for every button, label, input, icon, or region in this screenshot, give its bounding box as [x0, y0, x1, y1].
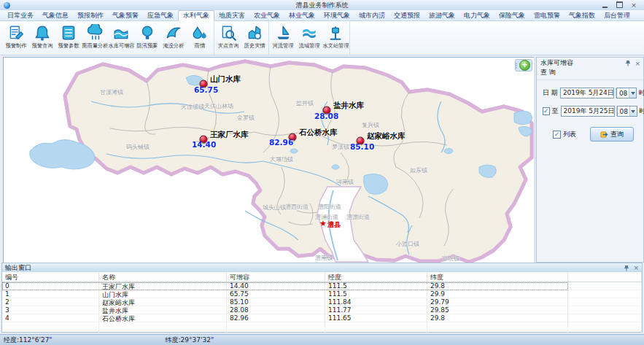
toolbar-button-历史灾情[interactable]: 历史灾情 [241, 22, 268, 52]
toolbar-button-灾点查询[interactable]: 灾点查询 [215, 22, 241, 52]
toolbar-button-label: 历史灾情 [244, 42, 265, 50]
table-row[interactable]: 4石公桥水库82.96111.6529.8 [2, 314, 642, 322]
menu-tab-林业气象[interactable]: 林业气象 [284, 10, 319, 20]
ribbon-toolbar: 预警制作预警查询预警参数面雨量分析水库可增容防汛预案淹没分析雨情灾点查询历史灾情… [0, 21, 644, 55]
menu-tab-城市内涝[interactable]: 城市内涝 [354, 10, 389, 20]
reservoir-capacity-panel: 水库可增容 × 查 询 日 期 2019年 5月24日 08 时 ✓ 至 201… [536, 57, 644, 263]
toolbar-button-水文站管理[interactable]: 水文站管理 [322, 22, 349, 52]
toolbar-button-label: 防汛预案 [137, 42, 158, 50]
query-icon [600, 131, 608, 139]
latitude-status: 纬度:29°37'32" [166, 336, 214, 345]
town-label-如东镇: 如东镇 [410, 166, 427, 174]
pin-icon[interactable] [624, 265, 629, 271]
menu-tab-农业气象[interactable]: 农业气象 [249, 10, 284, 20]
toolbar-button-label: 面雨量分析 [82, 42, 108, 50]
column-header-纬度[interactable]: 纬度 [427, 272, 568, 282]
table-cell-empty [2, 322, 99, 330]
column-header-经度[interactable]: 经度 [325, 272, 427, 282]
longitude-status: 经度:112°6'27" [4, 336, 53, 345]
menu-tab-地质灾害[interactable]: 地质灾害 [214, 10, 249, 20]
table-cell-filler [568, 290, 642, 298]
reservoir-name-王家厂水库: 王家厂水库 [210, 130, 249, 140]
column-header-可增容[interactable]: 可增容 [227, 272, 325, 282]
to-checkbox[interactable]: ✓ [543, 107, 550, 115]
query-button[interactable]: 查询 [590, 127, 634, 142]
date-from-select[interactable]: 2019年 5月24日 [560, 88, 614, 98]
toolbar-button-河流管理[interactable]: 河流管理 [270, 22, 296, 52]
basin-icon [300, 23, 319, 42]
menu-tab-后台管理[interactable]: 后台管理 [600, 10, 635, 20]
minimize-icon[interactable] [601, 2, 608, 8]
toolbar-button-label: 水库可增容 [108, 42, 134, 50]
column-header-编号[interactable]: 编号 [2, 272, 99, 282]
date-to-row: ✓ 至 2019年 5月25日 08 时 [543, 106, 640, 117]
toolbar-button-防汛预案[interactable]: 防汛预案 [134, 22, 160, 52]
table-row[interactable]: 1山门水库65.75111.529.9 [2, 290, 642, 298]
town-label-梦溪镇: 梦溪镇 [332, 143, 349, 151]
toolbar-button-预警查询[interactable]: 预警查询 [29, 22, 55, 52]
menu-tab-应急气象[interactable]: 应急气象 [143, 10, 178, 20]
add-icon[interactable]: + [519, 60, 530, 71]
grip-dots-icon [516, 63, 517, 69]
toolbar-button-label: 预警参数 [58, 42, 79, 50]
table-cell: 111.84 [325, 298, 427, 306]
menu-tab-旅游气象[interactable]: 旅游气象 [424, 10, 459, 20]
menu-tab-气象预警[interactable]: 气象预警 [108, 10, 143, 20]
table-row[interactable]: 0王家厂水库14.40111.529.8 [2, 282, 642, 290]
table-row[interactable]: 3盐井水库28.08111.7729.85 [2, 306, 642, 314]
table-cell: 29.85 [427, 306, 568, 314]
chevron-down-icon[interactable] [629, 88, 636, 98]
hour-from-select[interactable]: 08 [616, 88, 637, 98]
menu-tab-气象指数[interactable]: 气象指数 [565, 10, 600, 20]
table-cell: 111.5 [325, 282, 427, 290]
close-icon[interactable]: × [633, 264, 639, 271]
rainfall-analysis-icon [85, 23, 104, 42]
toolbar-button-label: 流域管理 [299, 42, 320, 50]
close-icon[interactable]: × [630, 2, 637, 8]
map-canvas[interactable]: + 甘溪滩镇码头铺镇火连坡镇天供山林场金罗镇盐井镇复兴镇梦溪镇大堰垱镇涔南镇如东… [3, 57, 535, 263]
toolbar-button-淹没分析[interactable]: 淹没分析 [160, 22, 187, 52]
hour-to-select[interactable]: 08 [617, 106, 637, 117]
table-cell-empty [427, 322, 568, 330]
toolbar-button-流域管理[interactable]: 流域管理 [296, 22, 322, 52]
chevron-down-icon[interactable] [629, 106, 637, 116]
menu-tab-水利气象[interactable]: 水利气象 [178, 10, 214, 21]
date-from-value: 2019年 5月24日 [563, 88, 614, 98]
table-cell: 111.65 [325, 314, 427, 322]
menu-tab-预报制作[interactable]: 预报制作 [73, 10, 108, 20]
output-header: 输出窗口 × [2, 263, 642, 272]
toolbar-button-水库可增容[interactable]: 水库可增容 [108, 22, 134, 52]
toolbar-button-预警参数[interactable]: 预警参数 [55, 22, 82, 52]
column-header-名称[interactable]: 名称 [99, 272, 227, 282]
table-cell: 29.8 [427, 314, 568, 322]
town-label-金罗镇: 金罗镇 [237, 114, 255, 122]
table-row[interactable]: 2赵家峪水库85.10111.8429.79 [2, 298, 642, 306]
pin-icon[interactable] [625, 60, 631, 66]
menu-tab-交通预报[interactable]: 交通预报 [389, 10, 424, 20]
hour-unit-label: 时 [639, 88, 644, 98]
list-label: 列表 [563, 130, 576, 139]
town-label-复兴镇: 复兴镇 [362, 121, 379, 129]
table-cell: 0 [2, 282, 99, 290]
rain-info-icon [190, 23, 209, 42]
list-checkbox[interactable]: ✓ [553, 131, 561, 139]
table-cell-filler [568, 322, 642, 330]
hydro-station-icon [326, 23, 345, 42]
toolbar-button-面雨量分析[interactable]: 面雨量分析 [82, 22, 108, 52]
toolbar-button-预警制作[interactable]: 预警制作 [3, 22, 29, 52]
toolbar-button-label: 预警查询 [32, 42, 53, 50]
menu-tab-保险气象[interactable]: 保险气象 [494, 10, 529, 20]
menu-tab-电力气象[interactable]: 电力气象 [459, 10, 494, 20]
window-title: 澧县业务制作系统 [0, 1, 644, 10]
town-label-码头铺镇: 码头铺镇 [126, 143, 150, 151]
menu-tab-环境气象[interactable]: 环境气象 [319, 10, 354, 20]
menu-tab-气象信息[interactable]: 气象信息 [38, 10, 73, 20]
close-icon[interactable]: × [635, 60, 640, 67]
date-to-select[interactable]: 2019年 5月25日 [561, 106, 615, 117]
hour-from-value: 08 [619, 90, 627, 97]
table-header: 编号名称可增容经度纬度 [2, 272, 642, 282]
menu-tab-雷电预警[interactable]: 雷电预警 [529, 10, 565, 20]
toolbar-button-雨情[interactable]: 雨情 [187, 22, 213, 52]
maximize-icon[interactable] [616, 2, 623, 8]
menu-tab-日常业务[interactable]: 日常业务 [3, 10, 38, 20]
